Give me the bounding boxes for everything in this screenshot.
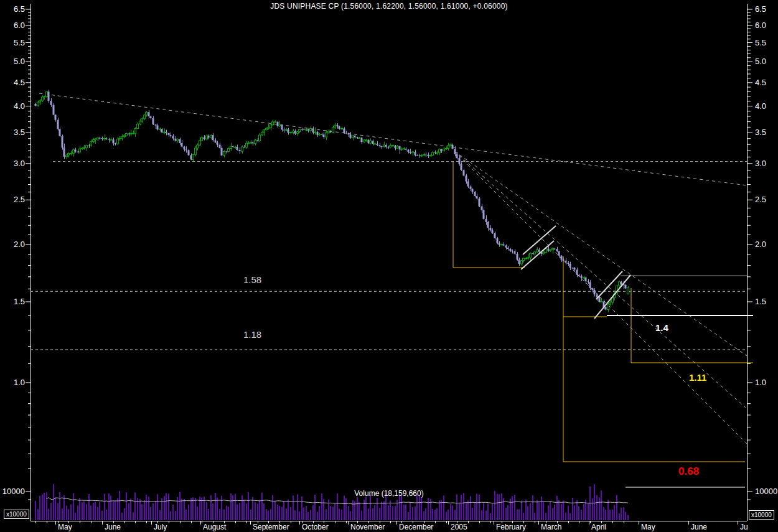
fan-line-1 [454,151,747,356]
axis-label: 1.5 [755,297,766,306]
month-label: October [302,523,329,531]
axis-label: 3.0 [755,159,766,168]
flag-1 [521,241,554,269]
axis-label: 3.5 [755,128,766,137]
volume-unit-left: x10000 [4,510,29,519]
axis-label: 3.0 [14,159,25,168]
axis-label: 4.5 [755,78,766,87]
chart-window: 6.56.56.06.05.55.55.05.04.54.54.04.03.53… [0,0,778,532]
axis-label: 3.5 [14,128,25,137]
target-label-1.11: 1.11 [689,372,706,383]
month-label: May [641,523,655,531]
candle-bodies [35,91,629,309]
axis-label: 6.0 [755,21,766,30]
chart-svg[interactable]: 6.56.56.06.05.55.55.05.04.54.54.04.03.53… [0,0,778,532]
candle-wicks [0,0,629,312]
axis-label: 4.5 [14,78,25,87]
axis-label: 1.0 [755,378,766,387]
axis-label: 10000 [755,487,777,496]
axis-label: 5.5 [755,38,766,47]
fan-line-2 [454,151,746,408]
month-label: June [691,523,707,531]
month-label: September [253,523,289,531]
month-label: August [203,523,227,531]
month-label: May [58,523,72,531]
axis-label: 1.0 [14,378,25,387]
support-label-1.58: 1.58 [243,274,261,285]
month-label: July [154,523,167,531]
axis-label: 4.0 [755,101,766,111]
month-label: December [399,523,433,531]
axis-label: 5.0 [755,57,766,66]
target-label-1.4: 1.4 [655,322,668,333]
axis-label: 2.5 [755,195,766,204]
axis-label: 5.5 [14,38,25,47]
axis-label: 2.5 [14,195,25,204]
month-label: Ju [740,523,748,531]
month-label: November [350,523,385,531]
target-label-0.68: 0.68 [678,465,699,478]
axis-label: 1.5 [14,297,25,306]
month-label: March [541,523,561,531]
axis-label: 5.0 [14,57,25,66]
month-label: June [105,523,121,531]
month-label: April [591,523,606,531]
chart-canvas[interactable]: 6.56.56.06.05.55.55.05.04.54.54.04.03.53… [0,0,778,532]
volume-unit-right: x10000 [749,510,774,520]
fan-line-3 [454,151,747,444]
month-label: February [496,523,526,531]
month-label: 2005 [451,523,467,531]
volume-title: Volume (18,159,660) [299,489,479,498]
axis-label: 4.0 [14,101,25,111]
chart-title: JDS UNIPHASE CP (1.56000, 1.62200, 1.560… [0,2,778,11]
long-downtrend [39,93,747,185]
axis-label: 2.0 [14,240,25,249]
yellow-measure-line [631,288,753,363]
axis-label: 10000 [2,487,25,496]
axis-label: 6.0 [14,21,25,30]
support-label-1.18: 1.18 [243,329,261,340]
axis-label: 2.0 [755,240,766,249]
